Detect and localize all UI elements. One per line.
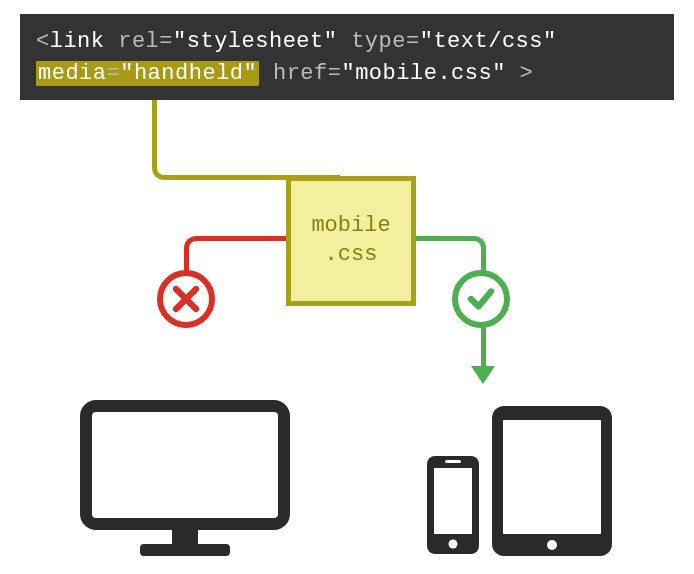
arrow-down-icon <box>471 366 495 384</box>
code-attr-href: href <box>273 61 328 86</box>
svg-rect-8 <box>503 420 601 534</box>
connector-olive-vert <box>152 100 157 166</box>
svg-point-9 <box>547 540 557 550</box>
svg-rect-1 <box>172 526 198 544</box>
file-box: mobile .css <box>286 176 416 306</box>
code-block: <link rel="stylesheet" type="text/css" m… <box>20 14 674 100</box>
code-attr-type: type <box>351 29 406 54</box>
code-tagname: link <box>50 29 105 54</box>
status-accepted-icon <box>452 270 510 328</box>
tablet-icon <box>490 404 614 563</box>
connector-green-horiz <box>416 236 470 241</box>
file-label-line1: mobile <box>311 212 390 241</box>
status-rejected-icon <box>157 270 215 328</box>
code-val-type: "text/css" <box>420 29 557 54</box>
connector-red-horiz <box>200 236 286 241</box>
svg-rect-4 <box>434 468 472 534</box>
desktop-monitor-icon <box>80 400 290 565</box>
svg-rect-0 <box>86 406 284 524</box>
svg-rect-6 <box>445 460 461 463</box>
code-attr-media: media <box>38 61 107 86</box>
check-icon <box>466 284 496 314</box>
code-highlight-media: media="handheld" <box>36 61 259 86</box>
code-val-media: "handheld" <box>120 61 257 86</box>
code-val-rel: "stylesheet" <box>173 29 337 54</box>
svg-point-5 <box>449 540 458 549</box>
code-val-href: "mobile.css" <box>341 61 505 86</box>
connector-olive-corner <box>152 160 172 180</box>
cross-icon <box>171 284 201 314</box>
smartphone-icon <box>425 454 481 561</box>
connector-green-vert2 <box>481 326 486 368</box>
code-open: < <box>36 29 50 54</box>
code-attr-rel: rel <box>118 29 159 54</box>
code-close: > <box>520 61 534 86</box>
svg-rect-2 <box>140 544 230 556</box>
file-label-line2: .css <box>311 241 390 270</box>
